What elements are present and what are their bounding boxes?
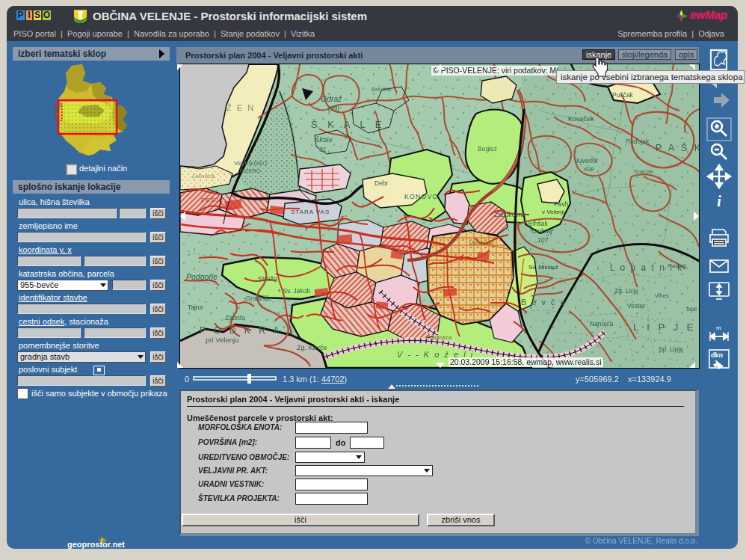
svg-text:+ Sv. Jakob: + Sv. Jakob: [277, 287, 310, 295]
svg-text:Kovaček: Kovaček: [568, 115, 594, 123]
svg-text:Debr: Debr: [374, 179, 389, 187]
svg-text:Juventk: Juventk: [574, 157, 599, 164]
svg-text:STARA VAS: STARA VAS: [291, 209, 330, 215]
svg-text:B e v č e: B e v č e: [521, 298, 567, 307]
svg-text:Sp. Lipje: Sp. Lipje: [659, 345, 683, 353]
svg-text:Zg. Kavče: Zg. Kavče: [297, 344, 327, 351]
svg-text:Brežnik: Brežnik: [372, 86, 392, 93]
svg-text:-Gradišče-: -Gradišče-: [243, 295, 274, 302]
svg-text:Nanojca: Nanojca: [590, 320, 613, 327]
svg-text:Odraž: Odraž: [321, 94, 342, 103]
svg-text:Trädmirca: Trädmirca: [427, 334, 451, 341]
svg-text:Š K A L E: Š K A L E: [311, 119, 385, 130]
svg-text:JEZERO: JEZERO: [238, 167, 261, 174]
svg-text:Tovcotk: Tovcotk: [633, 168, 654, 175]
svg-text:Zabukovna: Zabukovna: [494, 211, 525, 218]
svg-text:m: m: [716, 324, 721, 331]
svg-text:Vihes: Vihes: [655, 292, 669, 299]
svg-text:Škale: Škale: [315, 135, 333, 144]
svg-text:Onkraj: Onkraj: [531, 227, 553, 235]
svg-text:v Velenju: v Velenju: [542, 209, 567, 215]
svg-text:Pavh: Pavh: [554, 200, 569, 208]
svg-text:P A Š K I: P A Š K I: [656, 142, 699, 153]
svg-text:Zg. Licje: Zg. Licje: [614, 287, 638, 295]
svg-text:Podgorje: Podgorje: [186, 272, 218, 281]
svg-text:Lokovica: Lokovica: [192, 173, 215, 179]
svg-text:VELENJSKO: VELENJSKO: [234, 160, 267, 167]
svg-text:638: 638: [584, 166, 594, 173]
svg-text:Tajšl: Tajšl: [685, 306, 697, 313]
svg-text:Veterski: Veterski: [469, 239, 495, 247]
svg-text:Sv. Miklavž: Sv. Miklavž: [528, 264, 558, 271]
svg-text:Ž E N: Ž E N: [226, 103, 255, 112]
svg-text:Straža: Straža: [258, 275, 277, 283]
svg-text:Puščak: Puščak: [612, 91, 634, 99]
svg-text:31: 31: [319, 146, 327, 153]
svg-text:pri Velenju: pri Velenju: [206, 336, 238, 344]
svg-text:KONOVO: KONOVO: [404, 193, 439, 200]
svg-text:PEŠJE: PEŠJE: [201, 197, 224, 203]
svg-text:Zabrdo: Zabrdo: [225, 314, 245, 321]
svg-text:i: i: [717, 193, 721, 209]
svg-text:Vester: Vester: [627, 302, 645, 310]
svg-text:P O D K R A J: P O D K R A J: [200, 325, 295, 336]
svg-text:Tajna: Tajna: [188, 304, 203, 311]
svg-text:Radojak: Radojak: [626, 138, 650, 145]
svg-text:107: 107: [537, 236, 548, 244]
svg-text:(99): (99): [328, 105, 339, 112]
svg-text:L I P J E: L I P J E: [633, 321, 696, 333]
svg-text:dkn: dkn: [711, 351, 723, 359]
svg-text:Radošt: Radošt: [668, 262, 687, 269]
svg-text:Beglez: Beglez: [478, 145, 497, 153]
